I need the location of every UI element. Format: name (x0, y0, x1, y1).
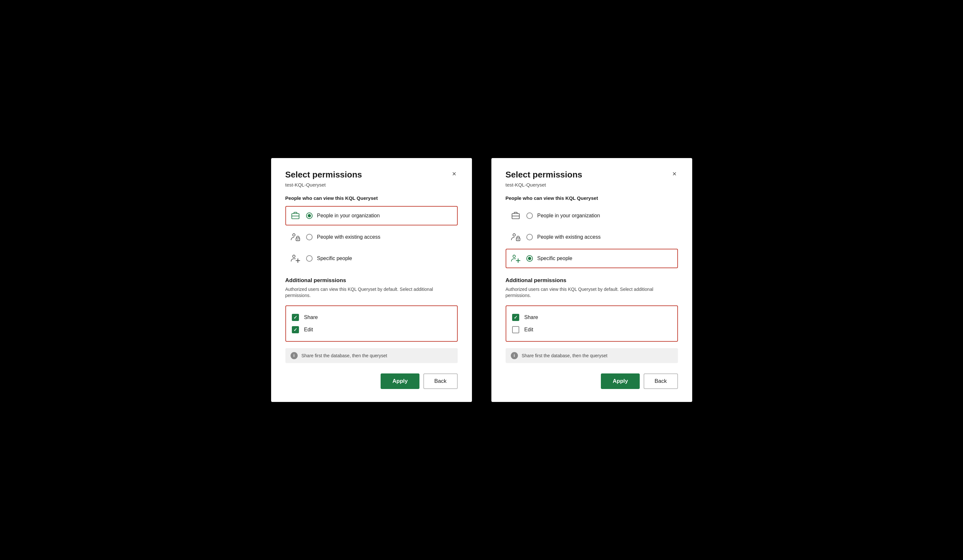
viewer-section-label: People who can view this KQL Queryset (285, 195, 458, 201)
panel-footer: Apply Back (506, 374, 678, 389)
people-add-icon (510, 252, 522, 264)
info-icon: i (290, 352, 298, 359)
panel-right: Select permissions × test-KQL-Queryset P… (491, 158, 692, 401)
briefcase-icon (510, 210, 522, 222)
checkbox-item-edit[interactable]: Edit (512, 324, 671, 336)
svg-point-12 (518, 239, 519, 240)
radio-button-org[interactable] (526, 212, 533, 219)
radio-button-existing[interactable] (306, 234, 313, 240)
radio-option-specific[interactable]: Specific people (285, 249, 458, 268)
checkbox-group: Share Edit (506, 306, 678, 342)
panels-container: Select permissions × test-KQL-Queryset P… (271, 158, 692, 401)
additional-desc: Authorized users can view this KQL Query… (506, 286, 678, 299)
back-button[interactable]: Back (644, 374, 678, 389)
radio-label-org: People in your organization (537, 213, 600, 218)
checkbox-label-share: Share (524, 314, 538, 320)
additional-section: Additional permissions Authorized users … (285, 277, 458, 299)
panel-subtitle: test-KQL-Queryset (285, 182, 458, 188)
svg-point-5 (292, 255, 295, 257)
additional-desc: Authorized users can view this KQL Query… (285, 286, 458, 299)
checkbox-share[interactable] (292, 314, 299, 321)
viewer-section-label: People who can view this KQL Queryset (506, 195, 678, 201)
svg-point-10 (513, 233, 516, 236)
radio-label-existing: People with existing access (317, 234, 381, 240)
radio-button-specific[interactable] (526, 255, 533, 262)
panel-header: Select permissions × (506, 170, 678, 180)
checkbox-item-edit[interactable]: Edit (292, 324, 451, 336)
additional-title: Additional permissions (285, 277, 458, 284)
info-text: Share first the database, then the query… (522, 353, 608, 358)
radio-option-specific[interactable]: Specific people (506, 249, 678, 268)
info-bar: i Share first the database, then the que… (285, 348, 458, 363)
checkbox-item-share[interactable]: Share (292, 311, 451, 324)
radio-label-existing: People with existing access (537, 234, 601, 240)
svg-point-4 (297, 239, 298, 240)
radio-option-org[interactable]: People in your organization (506, 206, 678, 225)
radio-label-specific: Specific people (537, 256, 573, 261)
svg-point-2 (292, 233, 295, 236)
additional-section: Additional permissions Authorized users … (506, 277, 678, 299)
radio-button-existing[interactable] (526, 234, 533, 240)
checkbox-label-edit: Edit (524, 327, 533, 333)
radio-label-org: People in your organization (317, 213, 380, 218)
checkbox-group: Share Edit (285, 306, 458, 342)
people-lock-icon (290, 231, 302, 243)
info-icon: i (511, 352, 518, 359)
radio-option-org[interactable]: People in your organization (285, 206, 458, 225)
radio-button-specific[interactable] (306, 255, 313, 262)
checkbox-share[interactable] (512, 314, 519, 321)
checkbox-edit[interactable] (512, 326, 519, 333)
radio-button-org[interactable] (306, 212, 313, 219)
checkbox-label-share: Share (304, 314, 318, 320)
panel-title: Select permissions (285, 170, 362, 180)
svg-point-13 (513, 255, 516, 257)
panel-title: Select permissions (506, 170, 582, 180)
people-lock-icon (510, 231, 522, 243)
info-bar: i Share first the database, then the que… (506, 348, 678, 363)
checkbox-label-edit: Edit (304, 327, 313, 333)
radio-label-specific: Specific people (317, 256, 352, 261)
checkbox-edit[interactable] (292, 326, 299, 333)
radio-option-existing[interactable]: People with existing access (285, 227, 458, 247)
panel-footer: Apply Back (285, 374, 458, 389)
radio-group: People in your organization People with … (285, 206, 458, 268)
panel-subtitle: test-KQL-Queryset (506, 182, 678, 188)
info-text: Share first the database, then the query… (302, 353, 387, 358)
checkbox-item-share[interactable]: Share (512, 311, 671, 324)
back-button[interactable]: Back (423, 374, 458, 389)
radio-option-existing[interactable]: People with existing access (506, 227, 678, 247)
additional-title: Additional permissions (506, 277, 678, 284)
briefcase-icon (290, 210, 302, 222)
apply-button[interactable]: Apply (381, 374, 419, 389)
close-button[interactable]: × (451, 169, 458, 179)
panel-header: Select permissions × (285, 170, 458, 180)
apply-button[interactable]: Apply (601, 374, 639, 389)
people-add-icon (290, 252, 302, 264)
radio-group: People in your organization People with … (506, 206, 678, 268)
panel-left: Select permissions × test-KQL-Queryset P… (271, 158, 472, 401)
close-button[interactable]: × (671, 169, 678, 179)
